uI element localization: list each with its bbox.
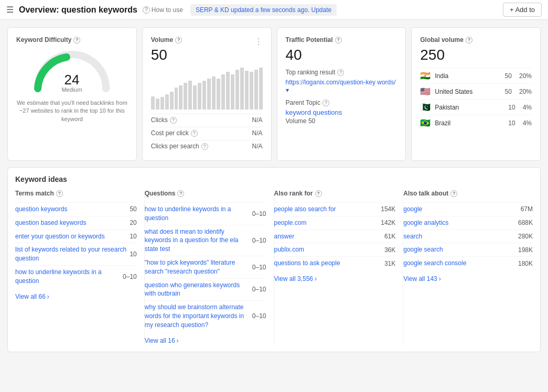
- keyword-volume: 142K: [381, 219, 395, 226]
- ideas-col-2: Also rank for? people also search for 15…: [274, 190, 404, 344]
- keyword-volume: 280K: [518, 233, 533, 240]
- parent-topic-section: Parent Topic ? keyword questions Volume …: [286, 99, 397, 125]
- svg-text:Medium: Medium: [62, 86, 82, 93]
- ideas-col-0: Terms match? question keywords 50 questi…: [15, 190, 145, 344]
- cpc-help-icon[interactable]: ?: [191, 130, 198, 137]
- keyword-link[interactable]: publix.com: [274, 245, 381, 254]
- keyword-volume: 0–10: [252, 210, 266, 217]
- top-ranking-help-icon[interactable]: ?: [337, 69, 344, 76]
- keyword-volume: 0–10: [252, 286, 266, 293]
- keyword-volume: 31K: [384, 260, 395, 267]
- country-name: Pakistan: [435, 104, 504, 111]
- keyword-link[interactable]: question who generates keywords with out…: [145, 281, 249, 299]
- volume-bar: [259, 68, 263, 110]
- keyword-link[interactable]: google analytics: [403, 219, 515, 227]
- keyword-link[interactable]: list of keywords related to your researc…: [15, 245, 126, 263]
- kd-gauge: 24 Medium: [16, 47, 128, 94]
- keyword-link[interactable]: question keywords: [15, 205, 126, 214]
- list-item: google 67M: [403, 202, 533, 216]
- keyword-link[interactable]: google: [403, 205, 517, 214]
- keyword-volume: 154K: [381, 205, 395, 213]
- country-flag: 🇮🇳: [420, 71, 431, 81]
- keyword-link[interactable]: question based keywords: [15, 219, 126, 227]
- keyword-volume: 0–10: [252, 264, 266, 271]
- keyword-link[interactable]: google search console: [403, 259, 515, 268]
- keyword-link[interactable]: questions to ask people: [274, 259, 381, 268]
- question-icon: ?: [143, 6, 150, 14]
- add-to-button[interactable]: + Add to: [503, 3, 542, 17]
- keyword-link[interactable]: what does it mean to identify keywords i…: [145, 227, 249, 254]
- keyword-link[interactable]: google search: [403, 245, 515, 254]
- view-all-link[interactable]: View all 66›: [15, 293, 137, 300]
- keyword-link[interactable]: how to underline keywords in a question: [145, 205, 249, 223]
- col-help-icon[interactable]: ?: [315, 190, 322, 197]
- keyword-volume: 0–10: [123, 273, 137, 280]
- country-pct: 20%: [519, 88, 532, 95]
- country-row: 🇧🇷 Brazil 10 4%: [420, 115, 532, 130]
- volume-menu-icon[interactable]: ⋮: [254, 37, 263, 47]
- volume-bar: [254, 70, 258, 110]
- country-volume: 10: [508, 119, 515, 127]
- keyword-volume: 180K: [518, 260, 533, 267]
- view-all-link[interactable]: View all 16›: [145, 337, 266, 344]
- chevron-right-icon: ›: [177, 337, 179, 344]
- country-pct: 4%: [523, 119, 532, 127]
- keyword-volume: 67M: [521, 205, 533, 213]
- volume-bar: [240, 68, 244, 110]
- traffic-help-icon[interactable]: ?: [335, 37, 342, 43]
- volume-bar: [184, 83, 187, 110]
- keyword-link[interactable]: enter your question or keywords: [15, 232, 126, 241]
- traffic-value: 40: [286, 47, 397, 63]
- keyword-link[interactable]: people also search for: [274, 205, 378, 214]
- view-all-link[interactable]: View all 3,556›: [274, 275, 396, 282]
- keyword-volume: 50: [130, 205, 136, 213]
- list-item: question keywords 50: [15, 202, 137, 216]
- keyword-link[interactable]: "how to pick keywords" literature search…: [145, 258, 249, 276]
- parent-topic-help-icon[interactable]: ?: [323, 100, 329, 106]
- volume-bar: [156, 99, 159, 110]
- keyword-link[interactable]: how to underline keywords in a question: [15, 268, 120, 286]
- cps-help-icon[interactable]: ?: [201, 143, 208, 150]
- howto-button[interactable]: ? How to use: [143, 6, 183, 14]
- keyword-volume: 10: [130, 233, 136, 240]
- keyword-ideas-title: Keyword ideas: [15, 175, 533, 183]
- keyword-link[interactable]: search: [403, 232, 515, 241]
- keyword-link[interactable]: answer: [274, 232, 381, 241]
- metrics-row: Keyword Difficulty ? 24 Medium We estima…: [7, 27, 541, 161]
- global-volume-value: 250: [420, 47, 532, 63]
- keyword-link[interactable]: people.com: [274, 219, 378, 227]
- ideas-col-title: Also talk about?: [403, 190, 533, 197]
- keyword-ideas-grid: Terms match? question keywords 50 questi…: [15, 190, 533, 344]
- volume-bar: [221, 74, 225, 110]
- col-help-icon[interactable]: ?: [56, 190, 63, 197]
- keyword-volume: 198K: [518, 246, 533, 254]
- global-volume-help-icon[interactable]: ?: [466, 37, 472, 43]
- ideas-col-title: Terms match?: [15, 190, 137, 197]
- view-all-link[interactable]: View all 143›: [403, 275, 533, 282]
- keyword-volume: 0–10: [252, 237, 266, 244]
- kd-help-icon[interactable]: ?: [73, 37, 80, 43]
- country-row: 🇵🇰 Pakistan 10 4%: [420, 99, 532, 115]
- list-item: list of keywords related to your researc…: [15, 243, 137, 265]
- parent-topic-link[interactable]: keyword questions: [286, 108, 397, 116]
- gauge-svg: 24 Medium: [30, 47, 114, 94]
- list-item: "how to pick keywords" literature search…: [145, 256, 266, 278]
- clicks-help-icon[interactable]: ?: [170, 117, 177, 124]
- list-item: people also search for 154K: [274, 202, 396, 216]
- country-pct: 20%: [519, 72, 532, 80]
- country-name: India: [435, 72, 500, 80]
- country-flag: 🇧🇷: [420, 118, 431, 128]
- volume-bar: [175, 88, 178, 110]
- keyword-link[interactable]: why should we brainstorm alternate words…: [145, 303, 249, 329]
- top-ranking-url[interactable]: https://loganix.com/question-key words/ …: [286, 79, 396, 94]
- update-button[interactable]: Update: [311, 6, 331, 14]
- volume-help-icon[interactable]: ?: [175, 37, 182, 43]
- volume-bar: [212, 77, 216, 110]
- col-help-icon[interactable]: ?: [177, 190, 184, 197]
- kd-card-title: Keyword Difficulty ?: [16, 36, 128, 43]
- main-content: Keyword Difficulty ? 24 Medium We estima…: [0, 20, 548, 352]
- hamburger-icon[interactable]: ☰: [6, 5, 14, 15]
- country-pct: 4%: [523, 104, 532, 111]
- volume-bar: [188, 81, 192, 110]
- col-help-icon[interactable]: ?: [450, 190, 457, 197]
